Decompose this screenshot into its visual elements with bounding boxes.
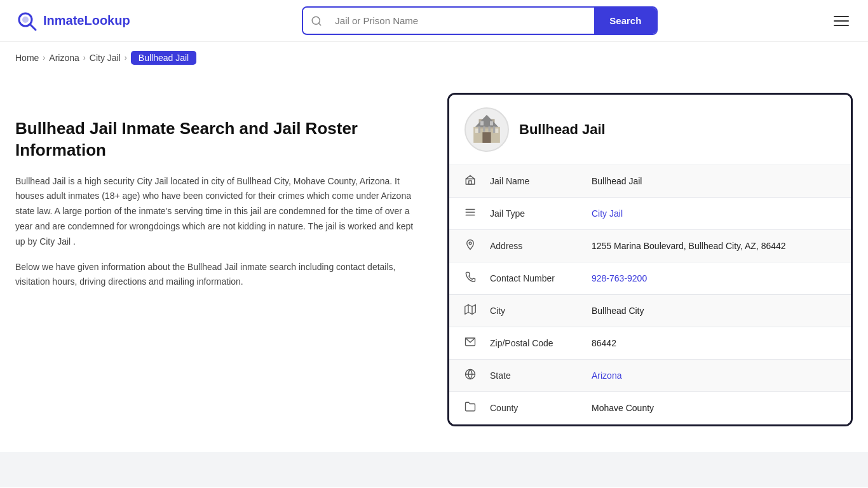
row-value-0: Bullhead Jail [592,176,836,186]
svg-rect-19 [469,181,472,184]
row-icon-4 [465,304,482,318]
row-value-1[interactable]: City Jail [592,208,836,219]
row-label-4: City [490,306,592,316]
row-label-3: Contact Number [490,273,592,283]
card-title: Bullhead Jail [519,121,606,138]
row-value-5: 86442 [592,338,836,348]
page-heading: Bullhead Jail Inmate Search and Jail Ros… [15,118,422,161]
row-label-1: Jail Type [490,208,592,219]
row-value-7: Mohave County [592,403,836,413]
hamburger-line-3 [834,25,849,26]
breadcrumb: Home › Arizona › City Jail › Bullhead Ja… [0,42,868,74]
search-area: Search [302,6,658,35]
svg-point-2 [22,17,29,23]
card-header: Bullhead Jail [449,95,851,165]
row-label-5: Zip/Postal Code [490,338,592,348]
info-row: Contact Number928-763-9200 [449,262,851,295]
info-row: Jail TypeCity Jail [449,198,851,230]
row-value-4: Bullhead City [592,306,836,316]
hamburger-line-2 [834,20,849,22]
info-row: CountyMohave County [449,392,851,424]
svg-point-23 [469,242,471,245]
info-row: StateArizona [449,360,851,392]
svg-marker-24 [465,305,476,315]
row-icon-7 [465,401,482,415]
svg-rect-16 [489,126,491,132]
row-value-3[interactable]: 928-763-9200 [592,273,836,283]
info-row: Zip/Postal Code86442 [449,327,851,360]
row-link-1[interactable]: City Jail [592,208,623,219]
row-label-6: State [490,370,592,381]
search-icon [303,9,330,33]
breadcrumb-active: Bullhead Jail [131,51,196,65]
main-content: Bullhead Jail Inmate Search and Jail Ros… [0,74,868,452]
logo-icon [15,10,38,32]
info-row: Jail NameBullhead Jail [449,165,851,198]
row-icon-5 [465,336,482,350]
info-card: Bullhead Jail Jail NameBullhead JailJail… [447,93,853,426]
row-link-3[interactable]: 928-763-9200 [592,273,647,283]
header: InmateLookup Search [0,0,868,42]
svg-marker-7 [475,115,499,127]
logo-link[interactable]: InmateLookup [15,10,130,32]
row-label-7: County [490,403,592,413]
row-link-6[interactable]: Arizona [592,370,621,381]
svg-line-1 [30,24,36,30]
jail-avatar [465,107,509,152]
svg-line-4 [319,23,321,25]
chevron-icon-2: › [83,53,86,62]
footer-bar [0,452,868,487]
search-button[interactable]: Search [594,8,656,34]
search-wrapper: Search [302,6,658,35]
description-paragraph-1: Bullhead Jail is a high security City Ja… [15,174,422,250]
row-label-2: Address [490,241,592,251]
info-row: Address1255 Marina Boulevard, Bullhead C… [449,230,851,262]
hamburger-line-1 [834,16,849,17]
row-icon-2 [465,239,482,253]
info-row: CityBullhead City [449,295,851,327]
svg-rect-11 [480,121,484,126]
breadcrumb-city-jail[interactable]: City Jail [90,53,121,63]
row-icon-0 [465,174,482,188]
logo-text: InmateLookup [43,13,130,28]
svg-rect-13 [478,126,480,133]
description-paragraph-2: Below we have given information about th… [15,260,422,290]
row-icon-6 [465,369,482,383]
svg-rect-15 [483,126,485,132]
breadcrumb-home[interactable]: Home [15,53,39,63]
svg-rect-8 [482,132,491,143]
breadcrumb-arizona[interactable]: Arizona [49,53,79,63]
info-rows-container: Jail NameBullhead JailJail TypeCity Jail… [449,165,851,424]
chevron-icon-3: › [125,53,127,62]
row-icon-3 [465,271,482,285]
row-label-0: Jail Name [490,176,592,186]
search-input[interactable] [330,9,594,32]
chevron-icon-1: › [43,53,45,62]
svg-rect-14 [493,126,495,133]
row-value-2: 1255 Marina Boulevard, Bullhead City, AZ… [592,241,836,251]
row-value-6[interactable]: Arizona [592,370,836,381]
left-panel: Bullhead Jail Inmate Search and Jail Ros… [15,93,422,300]
svg-rect-12 [490,121,493,126]
svg-rect-17 [466,179,475,184]
menu-button[interactable] [830,12,853,30]
row-icon-1 [465,207,482,220]
